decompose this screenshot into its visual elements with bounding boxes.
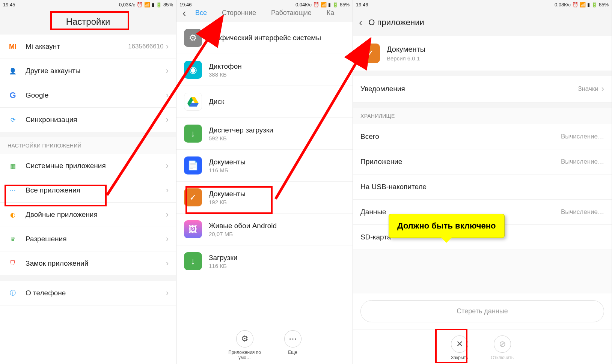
wifi-icon: 📶 <box>321 2 327 8</box>
chevron-right-icon: › <box>166 234 169 244</box>
app-size: 116 МБ <box>209 167 345 173</box>
battery-icon: 🔋 <box>591 2 597 8</box>
tabs: ‹ Все Сторонние Работающие Ка <box>176 9 353 22</box>
row-about-phone[interactable]: ⓘ О телефоне › <box>0 281 176 305</box>
row-system-apps[interactable]: ▦ Системные приложения › <box>0 154 176 178</box>
alarm-icon: ⏰ <box>572 2 578 8</box>
app-size: 592 КБ <box>209 135 345 141</box>
row-permissions[interactable]: ♛ Разрешения › <box>0 227 176 251</box>
chevron-right-icon: › <box>166 66 169 76</box>
row-app-size[interactable]: Приложение Вычисление… <box>353 149 612 174</box>
screen-settings: 19:45 0,03К/с ⏰ 📶 ▮ 🔋 85% Настройки MI M… <box>0 0 176 364</box>
disable-icon: ⊘ <box>494 335 511 353</box>
app-name: Документы <box>209 158 345 166</box>
info-icon: ⓘ <box>8 288 18 298</box>
app-row-docs-blue[interactable]: 📄 Документы116 МБ <box>176 150 353 182</box>
row-sync[interactable]: ⟳ Синхронизация › <box>0 108 176 132</box>
wifi-icon: 📶 <box>144 2 150 8</box>
label: На USB-накопителе <box>360 183 427 191</box>
status-bar: 19:45 0,03К/с ⏰ 📶 ▮ 🔋 85% <box>0 0 176 9</box>
row-label: Системные приложения <box>26 162 166 170</box>
row-dual-apps[interactable]: ◐ Двойные приложения › <box>0 203 176 227</box>
status-time: 19:46 <box>356 2 368 8</box>
app-row-systemui[interactable]: ⚙ Графический интерфейс системы <box>176 22 353 54</box>
screen-apps-list: 19:46 0,04К/с ⏰ 📶 ▮ 🔋 85% ‹ Все Сторонни… <box>176 0 353 364</box>
divider <box>353 102 612 108</box>
app-row-drive[interactable]: Диск <box>176 86 353 118</box>
app-row-download-mgr[interactable]: ↓ Диспетчер загрузки592 КБ <box>176 118 353 150</box>
button-label: Закрыть <box>451 355 468 360</box>
tab-thirdparty[interactable]: Сторонние <box>222 9 256 17</box>
settings-list: MI Mi аккаунт 1635666610 › 👤 Другие акка… <box>0 35 176 364</box>
app-name: Живые обои Android <box>209 222 345 230</box>
close-icon: ✕ <box>451 335 468 353</box>
downloads-icon: ↓ <box>184 252 202 270</box>
row-usb[interactable]: На USB-накопителе <box>353 174 612 200</box>
close-button[interactable]: ✕ Закрыть <box>451 335 468 360</box>
app-name: Диктофон <box>209 62 345 71</box>
back-button[interactable]: ‹ <box>182 7 186 19</box>
chevron-right-icon: › <box>601 84 604 94</box>
app-row-docs-orange[interactable]: ✓ Документы192 КБ <box>176 182 353 214</box>
app-row-downloads[interactable]: ↓ Загрузки116 КБ <box>176 245 353 277</box>
battery-icon: 🔋 <box>332 2 338 8</box>
label: Данные <box>360 208 386 216</box>
row-app-lock[interactable]: ⛉ Замок приложений › <box>0 251 176 276</box>
row-google[interactable]: G Google › <box>0 83 176 108</box>
label: SD-карта <box>360 233 391 241</box>
docs-orange-icon: ✓ <box>360 44 380 63</box>
section-header: НАСТРОЙКИ ПРИЛОЖЕНИЙ <box>0 137 176 154</box>
divider <box>353 71 612 76</box>
app-size: 388 КБ <box>209 71 345 78</box>
row-label: Google <box>26 91 166 99</box>
app-name: Документы <box>387 45 604 54</box>
row-label: Разрешения <box>26 235 166 243</box>
app-header: ✓ Документы Версия 6.0.1 <box>353 36 612 71</box>
header: ‹ О приложении <box>353 9 612 36</box>
value: Вычисление… <box>561 158 604 165</box>
header: Настройки <box>0 9 176 35</box>
alarm-icon: ⏰ <box>137 2 143 8</box>
page-title: О приложении <box>368 18 424 27</box>
screen-app-info: 19:46 0,08К/с ⏰ 📶 ▮ 🔋 85% ‹ О приложении… <box>353 0 612 364</box>
signal-icon: ▮ <box>587 2 590 8</box>
wallpaper-icon: 🖼 <box>184 220 202 238</box>
recorder-icon: ◉ <box>184 61 202 79</box>
button-label: Приложения по умо… <box>228 350 262 360</box>
wifi-icon: 📶 <box>580 2 586 8</box>
chevron-right-icon: › <box>166 161 169 171</box>
more-button[interactable]: ⋯ Еще <box>284 330 301 360</box>
app-row-recorder[interactable]: ◉ Диктофон388 КБ <box>176 54 353 86</box>
default-apps-button[interactable]: ⚙ Приложения по умо… <box>228 330 262 360</box>
gear-icon: ⚙ <box>236 330 253 347</box>
app-row-livewallpaper[interactable]: 🖼 Живые обои Android20,07 МБ <box>176 214 353 245</box>
value: Вычисление… <box>561 133 604 140</box>
apps-list: ⚙ Графический интерфейс системы ◉ Диктоф… <box>176 22 353 324</box>
row-label: О телефоне <box>26 289 166 297</box>
app-name: Диск <box>209 98 345 106</box>
status-right: 0,08К/с ⏰ 📶 ▮ 🔋 85% <box>555 2 609 8</box>
tab-running[interactable]: Работающие <box>271 9 312 17</box>
status-time: 19:45 <box>3 2 15 8</box>
erase-data-button[interactable]: Стереть данные <box>360 300 604 322</box>
disable-button[interactable]: ⊘ Отключить <box>491 335 514 360</box>
app-name: Документы <box>209 190 345 198</box>
app-version: Версия 6.0.1 <box>387 55 604 62</box>
value: Вычисление… <box>561 208 604 216</box>
row-notifications[interactable]: Уведомления Значки › <box>353 76 612 102</box>
row-other-accounts[interactable]: 👤 Другие аккаунты › <box>0 59 176 83</box>
chevron-right-icon: › <box>166 288 169 298</box>
row-all-apps[interactable]: ⋯ Все приложения › <box>0 178 176 203</box>
tab-cached[interactable]: Ка <box>327 9 335 17</box>
chevron-right-icon: › <box>166 259 169 268</box>
back-button[interactable]: ‹ <box>359 17 362 29</box>
sync-icon: ⟳ <box>8 114 18 125</box>
chevron-right-icon: › <box>166 210 169 220</box>
row-total[interactable]: Всего Вычисление… <box>353 124 612 149</box>
status-speed: 0,04К/с <box>295 2 312 8</box>
divider <box>0 276 176 281</box>
tab-all[interactable]: Все <box>195 9 207 17</box>
row-mi-account[interactable]: MI Mi аккаунт 1635666610 › <box>0 35 176 59</box>
status-time: 19:46 <box>179 2 192 8</box>
row-value: 1635666610 <box>128 43 164 50</box>
